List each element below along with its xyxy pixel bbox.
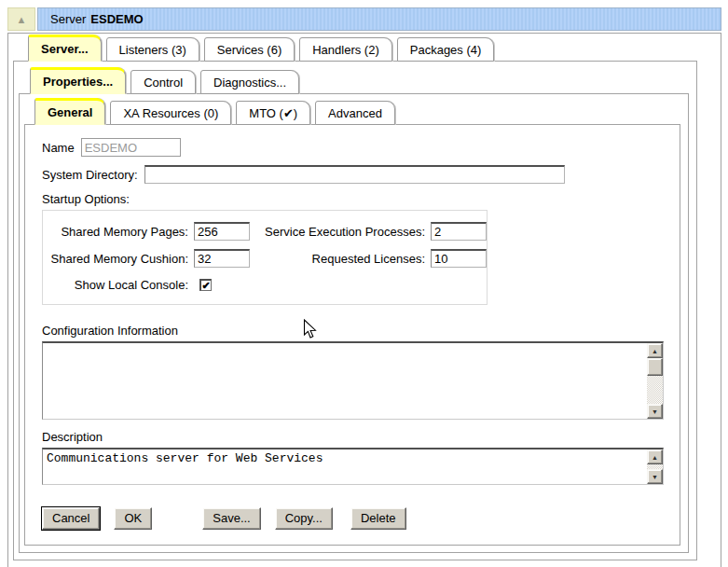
system-directory-row: System Directory: (42, 165, 663, 184)
scroll-down-button[interactable]: ▼ (647, 469, 663, 484)
scroll-down-icon: ▼ (652, 474, 658, 480)
tab-row-level3: General XA Resources (0) MTO (✔) Advance… (20, 101, 688, 125)
description-scrollbar[interactable]: ▲ ▼ (647, 449, 663, 484)
scroll-up-icon: ▲ (652, 454, 658, 461)
tab-services[interactable]: Services (6) (204, 37, 295, 62)
delete-button[interactable]: Delete (350, 507, 406, 530)
general-properties-panel: Name System Directory: Startup Options: … (24, 124, 680, 546)
description-text: Communications server for Web Services (43, 449, 663, 467)
scroll-down-icon: ▼ (652, 408, 658, 415)
cancel-button[interactable]: Cancel (42, 507, 100, 530)
show-local-console-row: Show Local Console: ✔ (43, 278, 487, 292)
name-field (81, 138, 181, 157)
ok-button[interactable]: OK (114, 507, 152, 530)
configuration-information-text (43, 343, 663, 347)
scroll-thumb[interactable] (647, 358, 663, 376)
button-row: Cancel OK Save... Copy... Delete (42, 507, 663, 530)
tab-xa-resources[interactable]: XA Resources (0) (110, 101, 231, 125)
show-local-console-checkbox[interactable]: ✔ (199, 279, 212, 291)
copy-button[interactable]: Copy... (275, 507, 333, 530)
name-row: Name (42, 138, 663, 157)
shared-memory-cushion-label: Shared Memory Cushion: (43, 252, 192, 266)
tab-server[interactable]: Server... (28, 35, 102, 62)
startup-options-group: Shared Memory Pages: Service Execution P… (42, 210, 488, 305)
tab-listeners[interactable]: Listeners (3) (106, 37, 199, 62)
system-directory-label: System Directory: (42, 168, 138, 182)
scroll-up-icon: ▲ (652, 348, 658, 354)
save-button[interactable]: Save... (202, 507, 260, 530)
service-execution-processes-label: Service Execution Processes: (254, 225, 429, 239)
tab-mto[interactable]: MTO (✔) (236, 101, 310, 125)
description-textarea[interactable]: Communications server for Web Services ▲… (42, 448, 664, 485)
tab-packages[interactable]: Packages (4) (397, 37, 495, 62)
tab-diagnostics[interactable]: Diagnostics... (200, 70, 299, 94)
general-tab-container: General XA Resources (0) MTO (✔) Advance… (19, 93, 689, 553)
shared-memory-pages-field[interactable] (194, 222, 250, 241)
name-label: Name (42, 141, 75, 155)
tab-row-level1: Server... Listeners (3) Services (6) Han… (8, 37, 721, 62)
tab-control[interactable]: Control (130, 70, 196, 94)
header-title-bar: Server ESDEMO (37, 7, 721, 31)
header-server-name: ESDEMO (90, 12, 143, 26)
page-header: ▲ Server ESDEMO (7, 7, 721, 31)
show-local-console-label: Show Local Console: (43, 278, 192, 292)
scroll-up-button[interactable]: ▲ (647, 343, 663, 358)
configuration-information-textarea[interactable]: ▲ ▼ (42, 341, 664, 420)
shared-memory-cushion-field[interactable] (194, 249, 250, 268)
tab-advanced[interactable]: Advanced (315, 101, 395, 125)
configuration-information-label: Configuration Information (42, 324, 663, 338)
startup-options-label: Startup Options: (42, 192, 663, 206)
tab-handlers[interactable]: Handlers (2) (299, 37, 392, 62)
startup-options-grid: Shared Memory Pages: Service Execution P… (43, 222, 487, 268)
collapse-toggle[interactable]: ▲ (7, 7, 35, 31)
config-scrollbar[interactable]: ▲ ▼ (647, 343, 663, 419)
tab-row-level2: Properties... Control Diagnostics... (14, 70, 696, 94)
up-triangle-icon: ▲ (17, 14, 27, 25)
service-execution-processes-field[interactable] (431, 222, 487, 241)
scroll-up-button[interactable]: ▲ (647, 449, 663, 464)
system-directory-field[interactable] (144, 165, 565, 184)
tab-properties[interactable]: Properties... (30, 67, 126, 94)
server-tab-container: Server... Listeners (3) Services (6) Han… (7, 33, 721, 567)
properties-tab-container: Properties... Control Diagnostics... Gen… (13, 61, 697, 560)
header-title-prefix: Server (50, 12, 86, 26)
check-icon: ✔ (201, 281, 210, 291)
description-label: Description (42, 430, 663, 444)
tab-general[interactable]: General (34, 98, 105, 125)
shared-memory-pages-label: Shared Memory Pages: (43, 225, 192, 239)
requested-licenses-label: Requested Licenses: (254, 252, 429, 266)
admin-page: ▲ Server ESDEMO Server... Listeners (3) … (7, 7, 721, 567)
requested-licenses-field[interactable] (431, 249, 487, 268)
scroll-down-button[interactable]: ▼ (647, 404, 663, 419)
